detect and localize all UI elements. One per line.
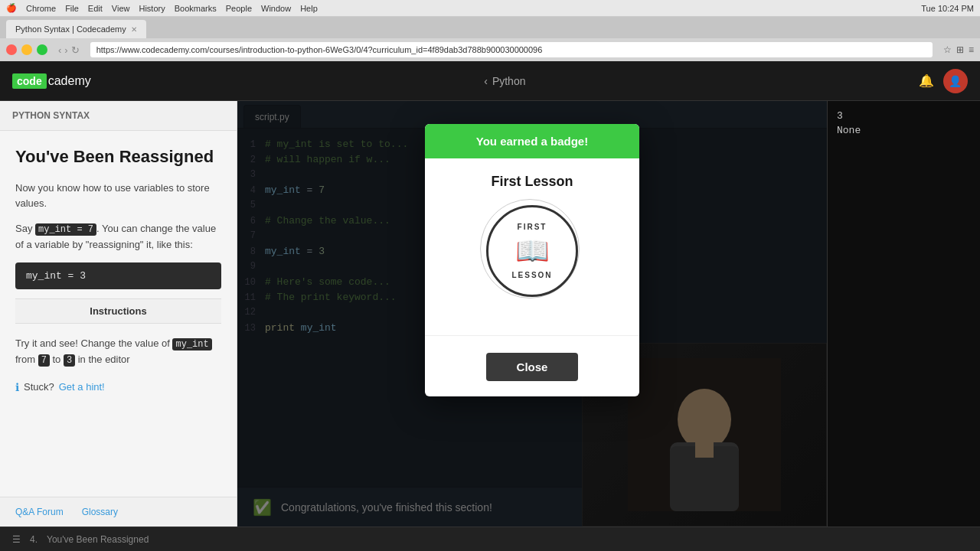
instr-from-val: 7: [38, 354, 50, 367]
modal-footer: Close: [425, 344, 639, 396]
modal-divider: [425, 335, 639, 336]
lesson-paragraph-2: Say my_int = 7. You can change the value…: [15, 221, 221, 253]
modal-overlay: You earned a badge! First Lesson FIRST 📖…: [237, 101, 827, 527]
menu-file[interactable]: File: [65, 4, 79, 13]
menu-items: Chrome File Edit View History Bookmarks …: [26, 4, 318, 13]
close-modal-button[interactable]: Close: [486, 353, 579, 381]
menu-help[interactable]: Help: [300, 4, 318, 13]
browser-action-icons: ☆ ⊞ ≡: [943, 44, 974, 55]
user-avatar[interactable]: 👤: [943, 69, 968, 93]
menubar-time: Tue 10:24 PM: [921, 4, 974, 13]
badge-circle: FIRST 📖 LESSON: [486, 205, 578, 297]
editor-area: script.py 1# my_int is set to to... 2# w…: [237, 101, 827, 527]
address-bar[interactable]: https://www.codecademy.com/courses/intro…: [90, 42, 933, 57]
instr-mid: from: [15, 354, 38, 365]
code-example-block: my_int = 3: [15, 262, 221, 289]
lesson-bar-title: You've Been Reassigned: [47, 534, 149, 545]
glossary-link[interactable]: Glossary: [82, 507, 118, 517]
browser-tab-active[interactable]: Python Syntax | Codecademy ✕: [6, 20, 146, 38]
sidebar: Python Syntax You've Been Reassigned Now…: [0, 101, 237, 527]
output-line-1: 3: [837, 110, 971, 122]
instr-code: my_int: [172, 338, 211, 350]
hint-link[interactable]: Get a hint!: [59, 381, 105, 393]
menu-window[interactable]: Window: [261, 4, 291, 13]
info-icon: ℹ: [15, 381, 19, 393]
header-actions: 🔔 👤: [919, 69, 968, 93]
hint-area: ℹ Stuck? Get a hint!: [15, 381, 221, 393]
lesson-bar: ☰ 4. You've Been Reassigned: [0, 527, 980, 551]
menu-icon[interactable]: ≡: [969, 44, 974, 55]
app-container: code cademy ‹ Python 🔔 👤 Python Syntax Y…: [0, 61, 980, 551]
back-button[interactable]: ‹: [58, 44, 61, 56]
sidebar-section-label: Python Syntax: [0, 101, 237, 131]
star-icon[interactable]: ☆: [943, 44, 952, 55]
header-course-title: ‹ Python: [484, 75, 525, 87]
browser-nav: ‹ › ↻: [58, 44, 80, 56]
forward-button[interactable]: ›: [64, 44, 67, 56]
menu-people[interactable]: People: [226, 4, 252, 13]
logo-code: code: [12, 73, 47, 89]
forum-link[interactable]: Q&A Forum: [15, 507, 64, 517]
para2-code: my_int = 7: [35, 223, 96, 236]
instr-prefix: Try it and see! Change the value of: [15, 337, 172, 349]
instr-to-val: 3: [64, 354, 75, 367]
app-header: code cademy ‹ Python 🔔 👤: [0, 61, 980, 101]
lesson-bar-number: 4.: [30, 534, 38, 545]
badge-modal: You earned a badge! First Lesson FIRST 📖…: [425, 124, 639, 396]
tab-close-button[interactable]: ✕: [131, 25, 137, 34]
modal-banner: You earned a badge!: [425, 124, 639, 158]
browser-minimize-btn[interactable]: [21, 44, 32, 55]
apple-menu[interactable]: 🍎: [6, 3, 17, 13]
tab-title: Python Syntax | Codecademy: [15, 24, 126, 34]
instructions-label: Instructions: [15, 298, 221, 324]
menubar: 🍎 Chrome File Edit View History Bookmark…: [0, 0, 980, 17]
menu-chrome[interactable]: Chrome: [26, 4, 56, 13]
sidebar-footer: Q&A Forum Glossary: [0, 497, 237, 527]
logo-cademy: cademy: [48, 74, 91, 88]
content-area: Python Syntax You've Been Reassigned Now…: [0, 101, 980, 527]
modal-body: First Lesson FIRST 📖 LESSON: [425, 158, 639, 328]
logo: code cademy: [12, 73, 91, 89]
refresh-button[interactable]: ↻: [71, 44, 80, 56]
browser-controls: ‹ › ↻ https://www.codecademy.com/courses…: [0, 38, 980, 61]
lesson-content: You've Been Reassigned Now you know how …: [0, 131, 237, 497]
instructions-text: Try it and see! Change the value of my_i…: [15, 336, 221, 368]
browser-chrome: Python Syntax | Codecademy ✕ ‹ › ↻ https…: [0, 17, 980, 61]
output-line-2: None: [837, 125, 971, 136]
badge-book-icon: 📖: [515, 235, 550, 267]
para2-prefix: Say: [15, 223, 35, 234]
lesson-title: You've Been Reassigned: [15, 146, 221, 168]
course-name: Python: [492, 75, 526, 87]
output-panel: 3 None: [827, 101, 980, 527]
stuck-text: Stuck?: [24, 381, 54, 393]
badge-text-top: FIRST: [518, 223, 547, 231]
menu-edit[interactable]: Edit: [88, 4, 103, 13]
bell-icon[interactable]: 🔔: [919, 73, 934, 88]
back-arrow-icon[interactable]: ‹: [484, 75, 488, 87]
menu-history[interactable]: History: [139, 4, 165, 13]
lesson-paragraph-1: Now you know how to use variables to sto…: [15, 181, 221, 213]
badge-text-bottom: LESSON: [511, 271, 552, 279]
menu-bookmarks[interactable]: Bookmarks: [175, 4, 217, 13]
browser-tabs: Python Syntax | Codecademy ✕: [0, 17, 980, 38]
browser-fullscreen-btn[interactable]: [37, 44, 47, 55]
modal-title: First Lesson: [440, 174, 624, 190]
url-text: https://www.codecademy.com/courses/intro…: [96, 45, 543, 54]
hamburger-icon[interactable]: ☰: [12, 534, 21, 545]
browser-close-btn[interactable]: [6, 44, 17, 55]
modal-banner-text: You earned a badge!: [476, 135, 588, 148]
extensions-icon[interactable]: ⊞: [956, 44, 964, 55]
menu-view[interactable]: View: [112, 4, 130, 13]
instr-to-label: to: [50, 354, 64, 365]
instr-suffix: in the editor: [75, 354, 130, 365]
